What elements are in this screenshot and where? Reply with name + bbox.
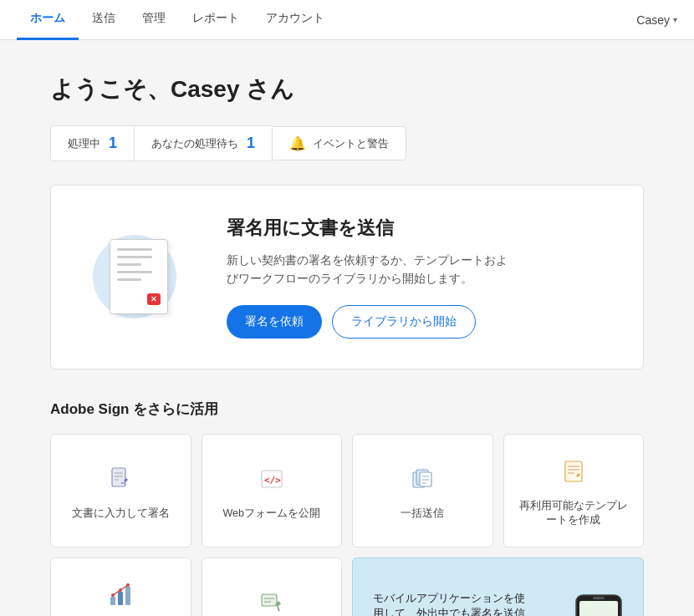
contracts-icon — [107, 582, 134, 613]
svg-rect-12 — [565, 461, 582, 481]
svg-rect-18 — [125, 587, 130, 605]
doc-badge-x: ✕ — [147, 293, 161, 305]
library-start-button[interactable]: ライブラリから開始 — [332, 305, 476, 339]
feature-section: Adobe Sign をさらに活用 文書に入力して署名 — [50, 400, 644, 616]
template-label: 再利用可能なテンプレートを作成 — [518, 499, 630, 528]
processing-count: 1 — [109, 135, 117, 152]
doc-line-5 — [117, 278, 141, 281]
feature-bulk-send[interactable]: 一括送信 — [352, 434, 493, 547]
doc-line-4 — [117, 271, 152, 273]
main-content: ようこそ、Casey さん 処理中 1 あなたの処理待ち 1 🔔 イベントと警告 — [0, 40, 694, 616]
doc-line-1 — [117, 248, 152, 251]
waiting-label: あなたの処理待ち — [151, 136, 238, 151]
illustration-document: ✕ — [110, 239, 168, 314]
events-label: イベントと警告 — [313, 136, 389, 151]
nav-report[interactable]: レポート — [179, 0, 253, 40]
hero-buttons: 署名を依頼 ライブラリから開始 — [227, 305, 511, 339]
bell-icon: 🔔 — [289, 135, 306, 151]
chevron-down-icon: ▾ — [673, 15, 677, 24]
navigation: ホーム 送信 管理 レポート アカウント Casey ▾ — [0, 0, 694, 40]
svg-point-21 — [126, 583, 130, 587]
feature-account[interactable]: アカウントの強化 — [202, 557, 343, 616]
user-menu[interactable]: Casey ▾ — [636, 13, 677, 27]
svg-point-19 — [111, 593, 115, 597]
hero-illustration: ✕ — [84, 222, 193, 331]
nav-links: ホーム 送信 管理 レポート アカウント — [17, 0, 338, 40]
doc-line-3 — [117, 263, 141, 266]
mobile-text-content: モバイルアプリケーションを使用して、外出中でも署名を送信および管理できます。詳細 — [373, 591, 532, 616]
feature-contracts[interactable]: すべての契約書を管理およびトラック — [50, 557, 191, 616]
svg-rect-22 — [262, 594, 277, 606]
username-label: Casey — [636, 13, 670, 27]
hero-title: 署名用に文書を送信 — [227, 216, 511, 241]
feature-grid-row2: すべての契約書を管理およびトラック アカウントの強化 — [50, 557, 644, 616]
account-icon — [258, 589, 285, 616]
section-title: Adobe Sign をさらに活用 — [50, 400, 644, 419]
welcome-heading: ようこそ、Casey さん — [50, 74, 644, 105]
hero-description: 新しい契約書の署名を依頼するか、テンプレートおよびワークフローのライブラリから開… — [227, 251, 511, 288]
status-bar: 処理中 1 あなたの処理待ち 1 🔔 イベントと警告 — [50, 125, 644, 161]
feature-template[interactable]: 再利用可能なテンプレートを作成 — [503, 434, 645, 547]
events-status[interactable]: 🔔 イベントと警告 — [272, 126, 406, 160]
nav-manage[interactable]: 管理 — [129, 0, 179, 40]
svg-line-25 — [278, 607, 279, 611]
svg-text:</>: </> — [264, 475, 281, 486]
sign-doc-label: 文書に入力して署名 — [72, 507, 170, 522]
feature-mobile[interactable]: モバイルアプリケーションを使用して、外出中でも署名を送信および管理できます。詳細 — [352, 557, 644, 616]
waiting-status[interactable]: あなたの処理待ち 1 — [134, 125, 272, 161]
bulk-send-icon — [409, 466, 436, 496]
processing-label: 処理中 — [68, 136, 100, 151]
nav-send[interactable]: 送信 — [79, 0, 129, 40]
svg-rect-0 — [112, 468, 125, 486]
svg-rect-28 — [593, 597, 605, 599]
sign-request-button[interactable]: 署名を依頼 — [227, 305, 322, 339]
phone-illustration — [572, 591, 626, 616]
bulk-send-label: 一括送信 — [401, 507, 444, 522]
hero-card: ✕ 署名用に文書を送信 新しい契約書の署名を依頼するか、テンプレートおよびワーク… — [50, 185, 644, 369]
hero-text: 署名用に文書を送信 新しい契約書の署名を依頼するか、テンプレートおよびワークフロ… — [227, 216, 511, 339]
waiting-count: 1 — [247, 135, 255, 152]
svg-rect-29 — [579, 601, 618, 616]
svg-rect-17 — [118, 592, 123, 605]
svg-point-20 — [119, 588, 122, 592]
sign-doc-icon — [107, 466, 134, 496]
feature-grid-row1: 文書に入力して署名 </> Webフォームを公開 — [50, 434, 644, 547]
template-icon — [560, 458, 587, 489]
web-form-label: Webフォームを公開 — [223, 507, 320, 522]
feature-web-form[interactable]: </> Webフォームを公開 — [202, 434, 343, 547]
nav-account[interactable]: アカウント — [253, 0, 338, 40]
web-form-icon: </> — [258, 466, 285, 496]
svg-rect-16 — [110, 597, 115, 605]
feature-sign-doc[interactable]: 文書に入力して署名 — [50, 434, 191, 547]
nav-home[interactable]: ホーム — [17, 0, 79, 40]
doc-line-2 — [117, 256, 152, 258]
processing-status[interactable]: 処理中 1 — [50, 125, 134, 161]
